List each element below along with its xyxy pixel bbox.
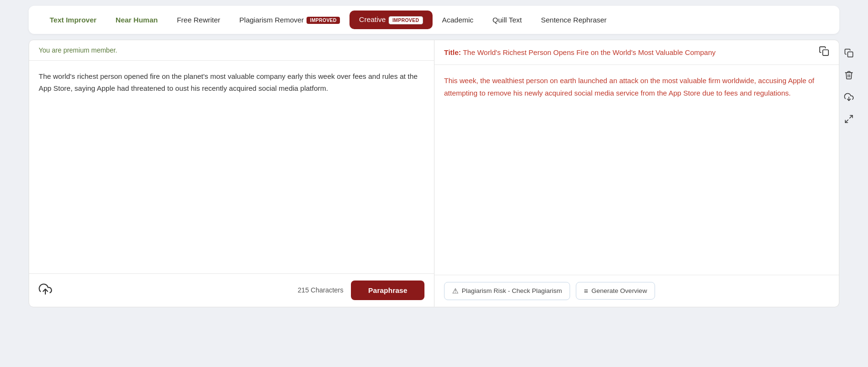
nav-tab-label-academic: Academic [442, 16, 474, 24]
badge-creative: Improved [389, 16, 423, 24]
nav-tab-label-near-human: Near Human [116, 16, 158, 24]
right-footer: ⚠ Plagiarism Risk - Check Plagiarism≡ Ge… [434, 275, 839, 307]
footer-btn-plagiarism-risk[interactable]: ⚠ Plagiarism Risk - Check Plagiarism [444, 282, 570, 300]
title-bar: Title: The World's Richest Person Opens … [434, 40, 839, 65]
nav-tab-label-creative: Creative [359, 15, 386, 23]
title-keyword: Title: [444, 48, 461, 56]
nav-tab-label-free-rewriter: Free Rewriter [177, 16, 220, 24]
nav-tab-label-plagiarism-remover: Plagiarism Remover [239, 16, 304, 24]
nav-tab-label-quill-text: Quill Text [493, 16, 522, 24]
side-icons [837, 40, 860, 132]
svg-rect-2 [848, 52, 853, 57]
footer-btn-generate-overview[interactable]: ≡ Generate Overview [576, 282, 655, 300]
upload-icon[interactable] [39, 282, 52, 298]
copy-icon[interactable] [841, 45, 857, 61]
premium-bar: You are premium member. [29, 40, 434, 61]
svg-rect-1 [823, 50, 828, 55]
char-count: 215 Characters [298, 286, 344, 294]
paraphrase-button[interactable]: Paraphrase [351, 281, 424, 300]
svg-line-4 [850, 115, 853, 118]
input-area[interactable]: The world's richest person opened fire o… [29, 61, 434, 273]
nav-tab-creative[interactable]: CreativeImproved [349, 11, 433, 29]
copy-top-icon[interactable] [819, 46, 829, 59]
download-icon[interactable] [841, 89, 857, 105]
right-panel: Title: The World's Richest Person Opens … [434, 40, 839, 307]
nav-tab-plagiarism-remover[interactable]: Plagiarism RemoverImproved [230, 11, 349, 29]
expand-icon[interactable] [841, 111, 857, 127]
top-navigation: Text ImproverNear HumanFree RewriterPlag… [29, 6, 839, 34]
nav-tab-quill-text[interactable]: Quill Text [483, 11, 531, 29]
footer-btn-label-plagiarism-risk: Plagiarism Risk - Check Plagiarism [462, 287, 562, 294]
title-value: The World's Richest Person Opens Fire on… [461, 48, 716, 56]
output-area: This week, the wealthiest person on eart… [434, 65, 839, 275]
premium-text: You are premium member. [39, 46, 117, 54]
nav-tab-label-sentence-rephraser: Sentence Rephraser [541, 16, 607, 24]
main-content: You are premium member. The world's rich… [29, 40, 839, 307]
nav-tab-academic[interactable]: Academic [433, 11, 483, 29]
svg-line-5 [846, 119, 848, 122]
delete-icon[interactable] [841, 67, 857, 83]
nav-tab-label-text-improver: Text Improver [50, 16, 96, 24]
nav-tab-free-rewriter[interactable]: Free Rewriter [167, 11, 230, 29]
footer-btn-label-generate-overview: Generate Overview [592, 287, 647, 294]
nav-tab-near-human[interactable]: Near Human [106, 11, 167, 29]
badge-plagiarism-remover: Improved [307, 17, 340, 24]
footer-btn-icon-generate-overview: ≡ [584, 287, 588, 295]
nav-tab-text-improver[interactable]: Text Improver [40, 11, 106, 29]
footer-btn-icon-plagiarism-risk: ⚠ [452, 287, 458, 295]
title-label: Title: The World's Richest Person Opens … [444, 48, 716, 56]
left-panel: You are premium member. The world's rich… [29, 40, 434, 307]
nav-tab-sentence-rephraser[interactable]: Sentence Rephraser [531, 11, 616, 29]
left-footer: 215 CharactersParaphrase [29, 273, 434, 307]
